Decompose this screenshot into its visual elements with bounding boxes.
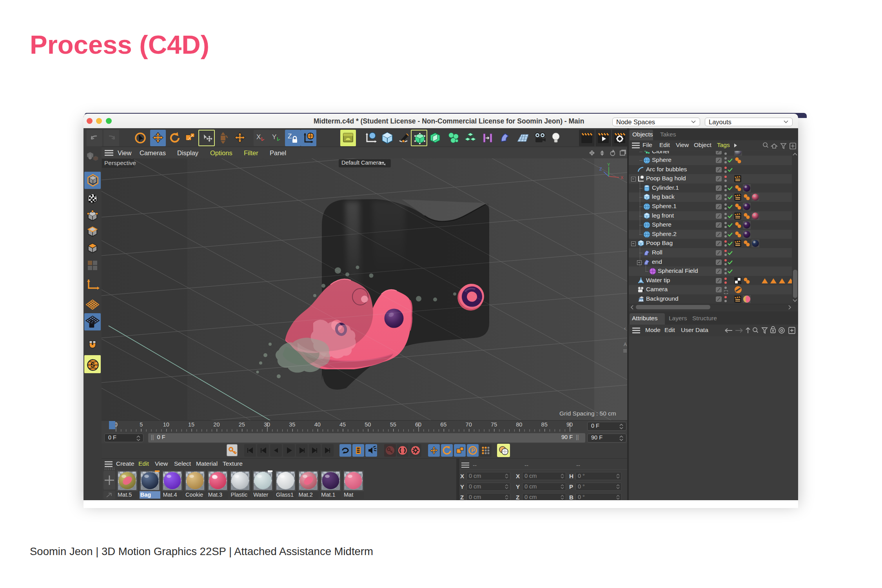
svg-text:S: S [91,361,95,369]
svg-text:Z: Z [599,167,602,171]
svg-text:X: X [256,133,261,141]
svg-text:Y: Y [272,133,276,141]
svg-text:P: P [471,447,475,454]
svg-text:X: X [621,175,624,180]
svg-text:Z: Z [288,132,292,140]
svg-text:Y: Y [607,162,610,167]
